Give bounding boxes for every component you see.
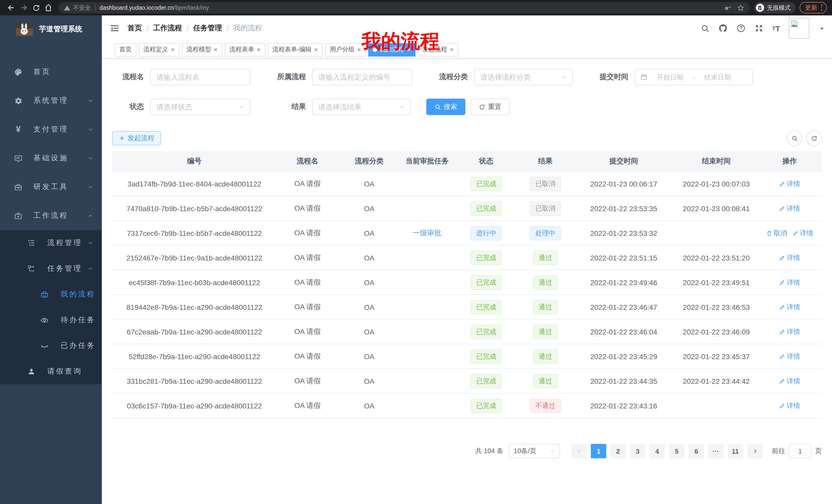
page-button-11[interactable]: 11 — [728, 444, 743, 458]
cell-category: OA — [338, 401, 400, 410]
cell-submit-time: 2022-01-22 23:43:16 — [572, 401, 675, 410]
detail-link[interactable]: 详情 — [779, 401, 800, 410]
end-date-input[interactable] — [698, 73, 737, 81]
sidebar-item-system[interactable]: 系统管理 — [0, 86, 102, 115]
detail-link[interactable]: 详情 — [779, 278, 800, 287]
column-header: 结果 — [518, 157, 572, 166]
detail-link[interactable]: 详情 — [779, 204, 800, 213]
page-button-3[interactable]: 3 — [630, 444, 645, 458]
page-button-4[interactable]: 4 — [649, 444, 665, 458]
column-header: 提交时间 — [572, 157, 675, 166]
detail-link[interactable]: 详情 — [792, 228, 813, 237]
sidebar-item-my-process[interactable]: 我的流程 — [0, 282, 102, 307]
cell-end-time: 2022-01-22 23:45:37 — [675, 352, 757, 360]
detail-link[interactable]: 详情 — [779, 302, 800, 312]
fullscreen-icon[interactable] — [754, 24, 763, 33]
start-date-input[interactable] — [650, 73, 690, 81]
password-key-icon[interactable] — [724, 4, 731, 11]
home-icon[interactable] — [42, 2, 54, 14]
more-pages-button[interactable]: ··· — [708, 444, 724, 458]
submit-time-range-picker[interactable]: - — [634, 69, 753, 85]
browser-menu-icon[interactable] — [821, 5, 822, 11]
tag-user-group[interactable]: 用户分组× — [325, 43, 366, 56]
sidebar-toggle-icon[interactable] — [102, 16, 128, 41]
page-button-1[interactable]: 1 — [591, 444, 606, 458]
detail-link[interactable]: 详情 — [779, 327, 800, 336]
detail-link[interactable]: 详情 — [779, 376, 800, 386]
font-size-icon[interactable]: TT — [772, 24, 780, 33]
close-icon[interactable]: × — [407, 46, 411, 53]
close-icon[interactable]: × — [214, 46, 217, 53]
sidebar-item-infrastructure[interactable]: 基础设施 — [0, 144, 102, 173]
page-size-select[interactable]: 10条/页 — [509, 444, 560, 458]
eye-open-icon — [40, 316, 49, 325]
detail-link[interactable]: 详情 — [779, 179, 800, 188]
sidebar-item-leave-query[interactable]: 请假查询 — [0, 359, 102, 384]
start-process-button[interactable]: 发起流程 — [112, 131, 161, 145]
detail-link[interactable]: 详情 — [779, 253, 800, 262]
process-definition-input[interactable] — [312, 69, 412, 85]
tag-my-process[interactable]: 我的流程× — [368, 43, 415, 56]
breadcrumb-home[interactable]: 首页 — [128, 24, 142, 33]
share-nodes-icon — [27, 264, 35, 273]
help-icon[interactable] — [736, 24, 745, 33]
tag-process-form[interactable]: 流程表单× — [225, 43, 265, 56]
forward-icon[interactable] — [18, 2, 30, 14]
bookmark-star-icon[interactable] — [737, 4, 744, 11]
back-icon[interactable] — [5, 2, 18, 14]
result-select[interactable] — [312, 99, 411, 115]
avatar[interactable] — [789, 18, 809, 38]
page-button-2[interactable]: 2 — [610, 444, 626, 458]
sidebar-item-done-tasks[interactable]: 已办任务 — [0, 333, 102, 359]
sidebar-item-devtools[interactable]: 研发工具 — [0, 173, 102, 201]
breadcrumb-workflow[interactable]: 工作流程 — [153, 24, 182, 33]
tag-process-form-edit[interactable]: 流程表单-编辑× — [268, 43, 323, 56]
tag-process-definition[interactable]: 流程定义× — [139, 43, 179, 56]
close-icon[interactable]: × — [257, 46, 260, 53]
caret-down-icon[interactable] — [819, 25, 825, 31]
goto-page-input[interactable] — [789, 444, 811, 458]
cell-name: OA 请假 — [277, 401, 338, 410]
process-name-input[interactable] — [150, 69, 251, 85]
cell-id: 7470a810-7b9b-11ec-b5b7-acde48001122 — [112, 204, 277, 213]
reload-icon[interactable] — [30, 2, 42, 14]
prev-page-button[interactable] — [571, 444, 587, 458]
status-select[interactable] — [150, 99, 251, 115]
refresh-table-button[interactable] — [806, 131, 822, 146]
cell-name: OA 请假 — [277, 352, 338, 361]
sidebar-item-task-management[interactable]: 任务管理 — [0, 256, 102, 282]
url-domain: dashboard.yudao.iocoder.cn — [100, 5, 174, 11]
current-task-link[interactable]: 一级审批 — [413, 228, 441, 237]
search-icon[interactable] — [701, 24, 709, 33]
toggle-search-button[interactable] — [787, 131, 802, 146]
sidebar-item-payment[interactable]: ¥ 支付管理 — [0, 115, 102, 144]
tag-process-model[interactable]: 流程模型× — [182, 43, 222, 56]
next-page-button[interactable] — [747, 444, 762, 458]
sidebar-item-process-management[interactable]: 流程管理 — [0, 230, 102, 256]
search-button[interactable]: 搜索 — [426, 99, 465, 115]
table-toolbar: 发起流程 — [112, 131, 822, 146]
breadcrumb-task-management[interactable]: 任务管理 — [193, 24, 222, 33]
sidebar-item-home[interactable]: 首页 — [0, 58, 102, 86]
page-button-6[interactable]: 6 — [688, 444, 704, 458]
close-icon[interactable]: × — [171, 46, 175, 53]
goto-label: 前往 — [772, 446, 785, 456]
chevron-down-icon — [87, 97, 94, 104]
detail-link[interactable]: 详情 — [779, 352, 800, 361]
close-icon[interactable]: × — [450, 46, 453, 53]
close-icon[interactable]: × — [357, 46, 361, 53]
reset-button[interactable]: 重置 — [470, 99, 510, 115]
address-bar[interactable]: 不安全 dashboard.yudao.iocoder.cn/bpm/task/… — [59, 2, 750, 13]
app-logo-row[interactable]: 芋道管理系统 — [0, 16, 102, 43]
tag-home[interactable]: 首页 — [115, 43, 136, 56]
sidebar-item-workflow[interactable]: 工作流程 — [0, 201, 102, 230]
browser-update-button[interactable]: 更新 — [799, 2, 827, 13]
page-button-5[interactable]: 5 — [669, 444, 684, 458]
github-icon[interactable] — [718, 24, 727, 33]
close-icon[interactable]: × — [314, 46, 318, 53]
tag-start-process[interactable]: 发起流程× — [418, 43, 458, 56]
category-select[interactable] — [474, 69, 573, 85]
sidebar-item-todo-tasks[interactable]: 待办任务 — [0, 307, 102, 333]
chevron-down-icon — [239, 104, 244, 110]
cancel-link[interactable]: 取消 — [766, 228, 787, 237]
